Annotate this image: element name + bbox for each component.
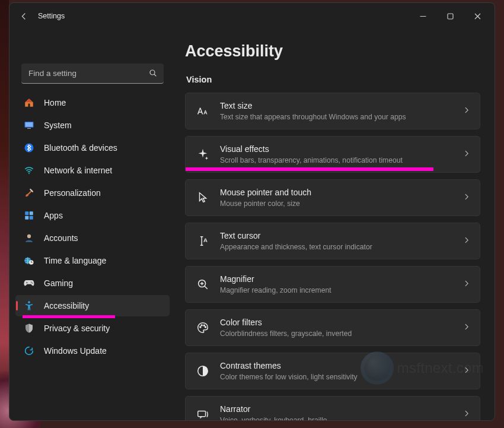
sidebar-item-personalization[interactable]: Personalization xyxy=(15,182,170,204)
svg-point-19 xyxy=(32,283,33,284)
card-subtitle: Voice, verbosity, keyboard, braille xyxy=(220,416,457,420)
search-box xyxy=(21,64,164,84)
card-title: Visual effects xyxy=(220,144,457,154)
zoom-in-icon xyxy=(194,275,212,293)
narrator-icon xyxy=(194,405,212,420)
sidebar-item-label: Apps xyxy=(44,211,63,220)
update-icon xyxy=(23,344,36,357)
svg-rect-31 xyxy=(198,411,206,417)
card-subtitle: Appearance and thickness, text cursor in… xyxy=(220,242,457,252)
card-title: Mouse pointer and touch xyxy=(220,187,457,198)
sidebar-item-accounts[interactable]: Accounts xyxy=(15,227,170,249)
card-mouse-pointer[interactable]: Mouse pointer and touchMouse pointer col… xyxy=(185,179,480,216)
sidebar-item-label: Network & internet xyxy=(44,166,112,175)
section-vision: Vision xyxy=(186,75,480,84)
sidebar-item-label: Bluetooth & devices xyxy=(44,143,117,153)
sidebar-item-gaming[interactable]: Gaming xyxy=(15,272,170,294)
back-button[interactable] xyxy=(15,8,32,24)
svg-point-26 xyxy=(200,326,201,328)
settings-window: Settings Home xyxy=(9,2,495,421)
wallpaper-edge xyxy=(0,0,9,428)
svg-rect-11 xyxy=(25,211,28,215)
sidebar: Home System Bluetooth & devices Network … xyxy=(9,29,176,420)
text-size-icon xyxy=(194,102,212,120)
sidebar-item-label: Home xyxy=(44,98,66,107)
card-title: Contrast themes xyxy=(220,360,457,371)
svg-point-18 xyxy=(31,281,32,283)
close-icon xyxy=(474,13,481,20)
chevron-right-icon xyxy=(462,236,470,246)
svg-rect-14 xyxy=(30,216,33,220)
gamepad-icon xyxy=(23,277,36,290)
sidebar-item-label: Gaming xyxy=(44,278,73,288)
cards-list: Text sizeText size that appears througho… xyxy=(185,93,480,420)
cursor-icon xyxy=(194,189,212,207)
titlebar: Settings xyxy=(9,3,495,29)
card-contrast-themes[interactable]: Contrast themesColor themes for low visi… xyxy=(185,353,480,389)
card-subtitle: Text size that appears throughout Window… xyxy=(220,112,457,122)
highlight-underline xyxy=(186,167,433,171)
card-title: Narrator xyxy=(220,404,457,414)
paintbrush-icon xyxy=(23,186,36,199)
chevron-right-icon xyxy=(462,192,470,203)
sidebar-item-privacy[interactable]: Privacy & security xyxy=(15,318,170,339)
sidebar-item-network[interactable]: Network & internet xyxy=(15,160,170,181)
sparkle-icon xyxy=(194,145,212,163)
sidebar-item-time-language[interactable]: Time & language xyxy=(15,250,170,271)
chevron-right-icon xyxy=(462,149,470,160)
chevron-right-icon xyxy=(462,409,470,420)
globe-clock-icon xyxy=(23,254,36,267)
maximize-button[interactable] xyxy=(436,7,464,26)
sidebar-item-apps[interactable]: Apps xyxy=(15,205,170,226)
card-subtitle: Scroll bars, transparency, animations, n… xyxy=(220,156,457,165)
chevron-right-icon xyxy=(462,322,470,333)
sidebar-item-home[interactable]: Home xyxy=(15,92,170,113)
sidebar-item-bluetooth[interactable]: Bluetooth & devices xyxy=(15,137,170,158)
nav-list: Home System Bluetooth & devices Network … xyxy=(15,92,170,362)
card-text-size[interactable]: Text sizeText size that appears througho… xyxy=(185,93,480,129)
card-color-filters[interactable]: Color filtersColorblindness filters, gra… xyxy=(185,309,480,346)
sidebar-item-accessibility[interactable]: Accessibility xyxy=(15,295,170,316)
svg-rect-8 xyxy=(27,128,31,129)
card-title: Text cursor xyxy=(220,230,457,241)
svg-point-15 xyxy=(27,234,31,238)
chevron-right-icon xyxy=(462,279,470,290)
maximize-icon xyxy=(447,13,454,20)
card-text-cursor[interactable]: Text cursorAppearance and thickness, tex… xyxy=(185,223,480,259)
wifi-icon xyxy=(23,164,36,177)
sidebar-item-label: Accessibility xyxy=(44,301,89,310)
svg-point-28 xyxy=(203,325,205,326)
main-panel: Accessibility Vision Text sizeText size … xyxy=(176,29,495,420)
card-title: Color filters xyxy=(220,317,457,328)
sidebar-item-system[interactable]: System xyxy=(15,115,170,136)
svg-line-5 xyxy=(154,74,156,76)
palette-icon xyxy=(194,319,212,337)
app-title: Settings xyxy=(38,12,65,20)
bluetooth-icon xyxy=(23,141,36,154)
chevron-right-icon xyxy=(462,366,470,376)
sidebar-item-label: System xyxy=(44,121,72,130)
svg-rect-12 xyxy=(30,211,33,215)
svg-point-4 xyxy=(150,70,155,75)
close-button[interactable] xyxy=(464,7,491,26)
minimize-button[interactable] xyxy=(409,7,436,26)
sidebar-item-label: Accounts xyxy=(44,233,78,243)
svg-line-23 xyxy=(205,286,208,289)
sidebar-item-label: Windows Update xyxy=(44,346,107,356)
sidebar-item-windows-update[interactable]: Windows Update xyxy=(15,340,170,362)
arrow-left-icon xyxy=(20,12,28,21)
apps-icon xyxy=(23,209,36,222)
card-subtitle: Color themes for low vision, light sensi… xyxy=(220,372,457,382)
page-title: Accessibility xyxy=(185,42,480,61)
accessibility-icon xyxy=(23,299,36,312)
card-magnifier[interactable]: MagnifierMagnifier reading, zoom increme… xyxy=(185,266,480,303)
card-subtitle: Colorblindness filters, grayscale, inver… xyxy=(220,329,457,338)
sidebar-item-label: Personalization xyxy=(44,188,101,198)
search-input[interactable] xyxy=(21,64,164,84)
card-narrator[interactable]: NarratorVoice, verbosity, keyboard, brai… xyxy=(185,396,480,420)
home-icon xyxy=(23,96,36,109)
text-cursor-icon xyxy=(194,232,212,250)
card-visual-effects[interactable]: Visual effectsScroll bars, transparency,… xyxy=(185,136,480,173)
card-title: Magnifier xyxy=(220,274,457,284)
svg-rect-13 xyxy=(25,216,28,220)
